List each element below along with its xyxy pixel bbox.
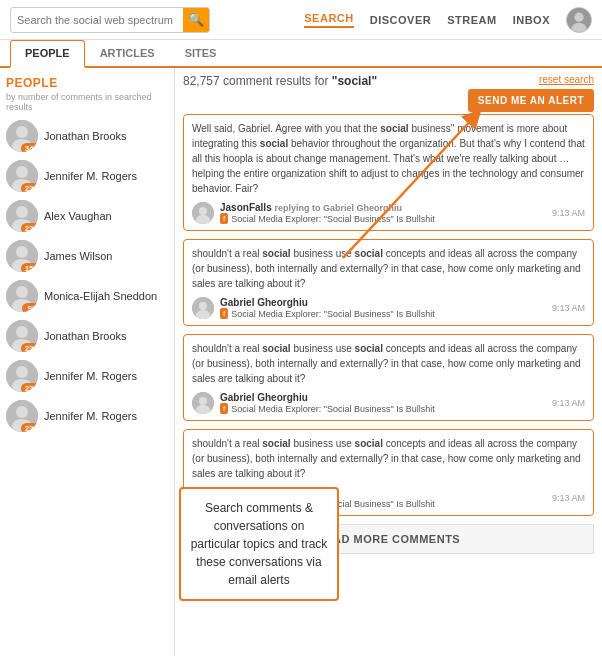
source-text: Social Media Explorer: "Social Business"… [231, 214, 434, 224]
person-name: Jonathan Brooks [44, 329, 127, 343]
tab-people[interactable]: PEOPLE [10, 40, 85, 68]
comment-time: 9:13 AM [552, 303, 585, 313]
comment-time: 9:13 AM [552, 208, 585, 218]
reset-search-link[interactable]: reset search [539, 74, 594, 85]
results-query: "social" [332, 74, 377, 88]
comment-time: 9:13 AM [552, 493, 585, 503]
sidebar: PEOPLE by number of comments in searched… [0, 68, 175, 656]
svg-point-16 [16, 286, 28, 298]
svg-point-19 [16, 326, 28, 338]
results-label: 82,757 comment results for [183, 74, 332, 88]
comment-count-badge: 98 [22, 303, 38, 312]
source-icon: f [220, 308, 228, 319]
alert-button[interactable]: SEND ME AN ALERT [468, 89, 594, 112]
tab-articles[interactable]: ARTICLES [85, 40, 170, 66]
person-avatar: 156 [6, 240, 38, 272]
person-item[interactable]: 236 Jennifer M. Rogers [6, 160, 168, 192]
commenter-avatar [192, 297, 214, 319]
highlight-word: social [262, 438, 290, 449]
person-avatar: 236 [6, 320, 38, 352]
highlight-word: social [262, 343, 290, 354]
annotation-box: Search comments & conversations on parti… [179, 487, 339, 601]
person-name: Jennifer M. Rogers [44, 369, 137, 383]
person-item[interactable]: 236 Jennifer M. Rogers [6, 360, 168, 392]
commenter-name: JasonFalls replying to Gabriel Gheorghiu [220, 202, 546, 213]
nav-links: SEARCH DISCOVER STREAM INBOX [304, 7, 592, 33]
comment-text: shouldn't a real social business use soc… [192, 341, 585, 386]
commenter-name: Gabriel Gheorghiu [220, 297, 546, 308]
content-header: 82,757 comment results for "social" rese… [183, 74, 594, 112]
highlight-word: social [260, 138, 288, 149]
svg-point-13 [16, 246, 28, 258]
person-item[interactable]: 345 Jonathan Brooks [6, 120, 168, 152]
nav-stream[interactable]: STREAM [447, 14, 496, 26]
person-name: James Wilson [44, 249, 112, 263]
svg-point-25 [16, 406, 28, 418]
highlight-word: social [355, 248, 383, 259]
people-list: 345 Jonathan Brooks 236 Jennifer M. Roge… [6, 120, 168, 432]
commenter-info: Gabriel Gheorghiu f Social Media Explore… [220, 297, 546, 319]
person-name: Jennifer M. Rogers [44, 169, 137, 183]
comment-count-badge: 236 [21, 423, 38, 432]
svg-point-22 [16, 366, 28, 378]
commenter-reply: replying to Gabriel Gheorghiu [274, 203, 402, 213]
tab-sites[interactable]: SITES [170, 40, 232, 66]
highlight-word: social [355, 438, 383, 449]
source-icon: f [220, 213, 228, 224]
content-area: 82,757 comment results for "social" rese… [175, 68, 602, 656]
person-name: Alex Vaughan [44, 209, 112, 223]
tabs-bar: PEOPLE ARTICLES SITES [0, 40, 602, 68]
annotation-text: Search comments & conversations on parti… [191, 501, 328, 587]
comment-card: shouldn't a real social business use soc… [183, 334, 594, 421]
svg-point-10 [16, 206, 28, 218]
comment-count-badge: 345 [21, 143, 38, 152]
nav-inbox[interactable]: INBOX [513, 14, 550, 26]
person-avatar: 236 [6, 400, 38, 432]
comment-count-badge: 222 [21, 223, 38, 232]
highlight-word: social [355, 343, 383, 354]
person-item[interactable]: 156 James Wilson [6, 240, 168, 272]
person-avatar: 236 [6, 360, 38, 392]
sidebar-title: PEOPLE [6, 76, 168, 90]
sidebar-subtitle: by number of comments in searched result… [6, 92, 168, 112]
comment-count-badge: 236 [21, 343, 38, 352]
main-area: PEOPLE by number of comments in searched… [0, 68, 602, 656]
source-icon: f [220, 403, 228, 414]
comment-card: Well said, Gabriel. Agree with you that … [183, 114, 594, 231]
person-avatar: 98 [6, 280, 38, 312]
person-item[interactable]: 236 Jonathan Brooks [6, 320, 168, 352]
search-icon: 🔍 [188, 12, 204, 27]
comment-text: shouldn't a real social business use soc… [192, 436, 585, 481]
svg-point-4 [16, 126, 28, 138]
user-avatar[interactable] [566, 7, 592, 33]
search-button[interactable]: 🔍 [183, 7, 209, 33]
comment-count-badge: 236 [21, 383, 38, 392]
comment-footer: Gabriel Gheorghiu f Social Media Explore… [192, 392, 585, 414]
commenter-avatar [192, 392, 214, 414]
person-name: Jennifer M. Rogers [44, 409, 137, 423]
comments-list: Well said, Gabriel. Agree with you that … [183, 114, 594, 516]
person-item[interactable]: 98 Monica-Elijah Sneddon [6, 280, 168, 312]
commenter-source: f Social Media Explorer: "Social Busines… [220, 308, 546, 319]
comment-card: shouldn't a real social business use soc… [183, 239, 594, 326]
person-avatar: 222 [6, 200, 38, 232]
commenter-source: f Social Media Explorer: "Social Busines… [220, 213, 546, 224]
commenter-name: Gabriel Gheorghiu [220, 392, 546, 403]
highlight-word: social [380, 123, 408, 134]
person-item[interactable]: 236 Jennifer M. Rogers [6, 400, 168, 432]
comment-footer: JasonFalls replying to Gabriel Gheorghiu… [192, 202, 585, 224]
nav-discover[interactable]: DISCOVER [370, 14, 431, 26]
comment-count-badge: 156 [21, 263, 38, 272]
svg-point-28 [199, 207, 207, 215]
person-avatar: 345 [6, 120, 38, 152]
nav-search[interactable]: SEARCH [304, 12, 353, 28]
comment-text: Well said, Gabriel. Agree with you that … [192, 121, 585, 196]
person-avatar: 236 [6, 160, 38, 192]
comment-footer: Gabriel Gheorghiu f Social Media Explore… [192, 297, 585, 319]
commenter-info: JasonFalls replying to Gabriel Gheorghiu… [220, 202, 546, 224]
search-input[interactable] [11, 14, 183, 26]
comment-text: shouldn't a real social business use soc… [192, 246, 585, 291]
person-item[interactable]: 222 Alex Vaughan [6, 200, 168, 232]
reset-and-btn: reset search SEND ME AN ALERT [468, 74, 594, 112]
svg-point-1 [574, 12, 583, 21]
